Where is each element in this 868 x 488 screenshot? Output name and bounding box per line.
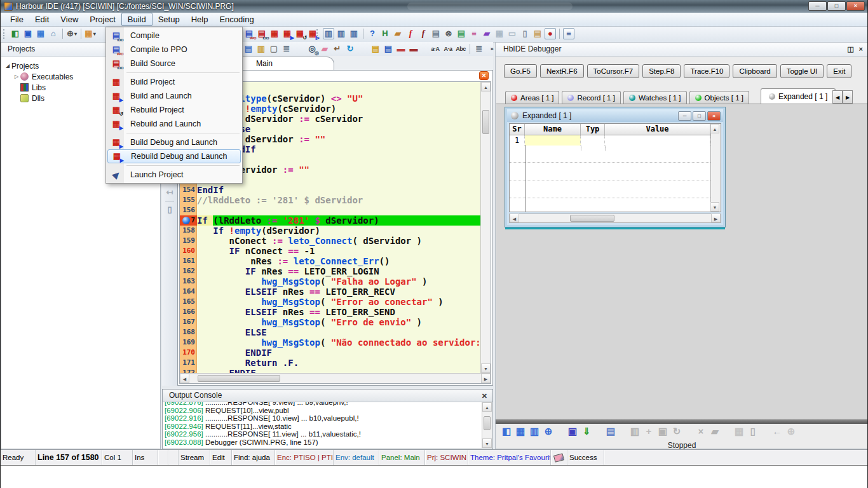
debugger-button-tocursor-f7[interactable]: ToCursor.F7 — [587, 64, 640, 78]
save-session-icon[interactable]: ▣ — [566, 425, 579, 438]
indent-right-icon[interactable]: ▤ — [383, 43, 394, 55]
menu-item-compile[interactable]: ▤IOIOCompile — [107, 29, 241, 43]
scroll-down-icon[interactable]: ▼ — [481, 363, 491, 373]
grid-view-icon[interactable]: ▦ — [514, 425, 527, 438]
tools-icon[interactable]: ⊕▾ — [66, 28, 78, 39]
line-number[interactable]: 158 — [180, 226, 197, 236]
maximize-debug-icon[interactable]: ⊕ — [785, 425, 797, 438]
code-line-171[interactable]: 171 Return .F. — [180, 358, 480, 368]
copy-icon[interactable]: ▤ — [243, 43, 254, 55]
scroll-down-icon[interactable]: ▼ — [710, 202, 719, 212]
build-and-launch-icon[interactable]: ▦▶ — [281, 28, 293, 39]
clear-icon[interactable]: ▰ — [709, 425, 721, 438]
line-number[interactable]: 166 — [180, 307, 197, 317]
menu-item-rebuild-and-launch[interactable]: ▦▶Rebuild and Launch — [107, 117, 241, 131]
editor-view-icon[interactable]: ▦ — [35, 28, 46, 39]
menu-item-rebuild-debug-and-launch[interactable]: ▦▶Rebuild Debug and Launch — [107, 149, 241, 163]
expanded-window[interactable]: Expanded [ 1 ] ─□× SrNameTypValue1 ▲ ▼ ◀… — [505, 107, 725, 227]
breakpoint-line-number[interactable]: 7 — [180, 215, 197, 226]
title-bar[interactable]: Harbour IDE (r417) [SCIWIN] [C:/fontes/S… — [1, 0, 867, 13]
code-line-168[interactable]: 168 ELSE — [180, 327, 480, 337]
column-header-value[interactable]: Value — [605, 124, 710, 135]
code-line-160[interactable]: 160 IF nConect == -1 — [180, 246, 480, 256]
print-icon[interactable]: ▤ — [604, 425, 617, 438]
delete-watch-icon[interactable]: × — [695, 425, 707, 438]
cell-sr[interactable]: 1 — [510, 135, 525, 146]
line-number[interactable]: 170 — [180, 348, 197, 358]
panel-layout-2-icon[interactable]: ▥ — [336, 28, 347, 39]
cell-typ[interactable] — [581, 135, 605, 146]
split-view-icon[interactable]: ◧ — [500, 425, 513, 438]
restore-window-icon[interactable]: □ — [693, 111, 706, 121]
scroll-up-icon[interactable]: ▲ — [482, 402, 492, 412]
maximize-button[interactable]: □ — [827, 1, 846, 11]
editor-vertical-scrollbar[interactable]: ▲ ▼ — [480, 82, 491, 373]
menu-build[interactable]: Build — [121, 13, 153, 26]
line-number[interactable]: 161 — [180, 256, 197, 266]
editor-vscroll-thumb[interactable] — [482, 110, 489, 134]
menu-item-build-debug-and-launch[interactable]: ▦▶Build Debug and Launch — [107, 135, 241, 149]
uppercase-icon[interactable]: A·a — [442, 43, 454, 55]
menu-item-rebuild-project[interactable]: ▦↺Rebuild Project — [107, 103, 241, 117]
float-panel-icon[interactable]: ◫ — [847, 43, 853, 56]
panel-layout-3-icon[interactable]: ▥ — [348, 28, 360, 39]
code-line-159[interactable]: 159 nConect := leto_Connect( dServidor ) — [180, 236, 480, 246]
cell-value[interactable] — [605, 135, 710, 146]
open-project-icon[interactable]: ◧ — [10, 28, 21, 39]
properties-icon[interactable]: ▤ — [430, 28, 442, 39]
editor-hscroll-thumb[interactable] — [198, 375, 280, 382]
expanded-table-vscrollbar[interactable]: ▲ ▼ — [710, 124, 721, 212]
column-header-name[interactable]: Name — [525, 124, 581, 135]
home-icon[interactable]: ⌂ — [48, 28, 59, 39]
output-panel-icon[interactable]: ≡ — [563, 28, 574, 39]
minimize-window-icon[interactable]: ─ — [678, 111, 691, 121]
add-watch-icon[interactable]: + — [642, 425, 655, 438]
expanded-window-titlebar[interactable]: Expanded [ 1 ] ─□× — [507, 109, 723, 122]
editor-close-icon[interactable]: ✕ — [479, 71, 489, 80]
todo-list-icon[interactable]: ≡ — [468, 28, 480, 39]
scroll-left-icon[interactable]: ◀ — [510, 214, 519, 222]
scroll-right-icon[interactable]: ▶ — [711, 214, 721, 222]
menu-item-build-and-launch[interactable]: ▦▶Build and Launch — [107, 89, 241, 103]
clipboard-icon[interactable]: ▯ — [747, 425, 759, 438]
console-vscroll-thumb[interactable] — [484, 416, 491, 430]
pen-icon[interactable]: ▰ — [481, 28, 492, 39]
tab-scroll-left-icon[interactable]: ◀ — [832, 90, 843, 104]
line-number[interactable]: 168 — [180, 327, 197, 337]
expander-icon[interactable]: ◢ — [4, 63, 11, 69]
stamp-icon[interactable]: ≣ — [281, 43, 292, 55]
settings-gears-icon[interactable]: ⊗ — [443, 28, 454, 39]
lowercase-icon[interactable]: a·A — [430, 43, 441, 55]
build-log-icon[interactable]: ▤ — [456, 28, 467, 39]
menu-item-build-project[interactable]: ▦Build Project — [107, 75, 241, 89]
tab-areas-1[interactable]: Areas [ 1 ] — [505, 91, 559, 104]
save-watch-icon[interactable]: ▣ — [656, 425, 669, 438]
expanded-table-grid[interactable]: SrNameTypValue1 — [510, 124, 710, 212]
line-number[interactable]: 167 — [180, 317, 197, 327]
debugger-splitter[interactable] — [496, 419, 868, 424]
scroll-right-icon[interactable]: ▶ — [481, 374, 491, 383]
nav-first-icon[interactable]: ↤ — [164, 187, 175, 198]
invert-case-icon[interactable]: Abc — [455, 43, 466, 55]
tab-record-1[interactable]: Record [ 1 ] — [562, 91, 620, 104]
editor-horizontal-scrollbar[interactable]: ◀ ▶ — [180, 373, 491, 383]
code-line-172[interactable]: 172 ENDIF — [180, 368, 480, 373]
document-icon[interactable]: ▯ — [519, 28, 531, 39]
code-line-154[interactable]: 154EndIf — [180, 185, 480, 195]
code-line-163[interactable]: 163 hwg_MsgStop( "Falha ao Logar" ) — [180, 276, 480, 287]
code-line-170[interactable]: 170 ENDIF — [180, 348, 480, 358]
debug-icon[interactable]: ● — [545, 28, 556, 39]
menu-edit[interactable]: Edit — [29, 13, 55, 26]
close-panel-icon[interactable]: × — [859, 43, 863, 56]
themes-icon[interactable]: ▦▾ — [85, 28, 96, 39]
close-button[interactable]: × — [846, 1, 865, 11]
comment-icon[interactable]: ▬ — [395, 43, 407, 55]
line-number[interactable]: 169 — [180, 337, 197, 348]
build-project-icon[interactable]: ▦ — [269, 28, 280, 39]
doc-info-icon[interactable]: ▯ — [164, 204, 175, 215]
code-line-162[interactable]: 162 IF nRes == LETO_ERR_LOGIN — [180, 266, 480, 276]
debugger-button-toggle-ui[interactable]: Toggle UI — [780, 64, 824, 78]
cascade-view-icon[interactable]: ▥ — [528, 425, 541, 438]
compile-to-ppo-icon[interactable]: ▤PPO — [243, 28, 255, 39]
column-header-typ[interactable]: Typ — [581, 124, 605, 135]
